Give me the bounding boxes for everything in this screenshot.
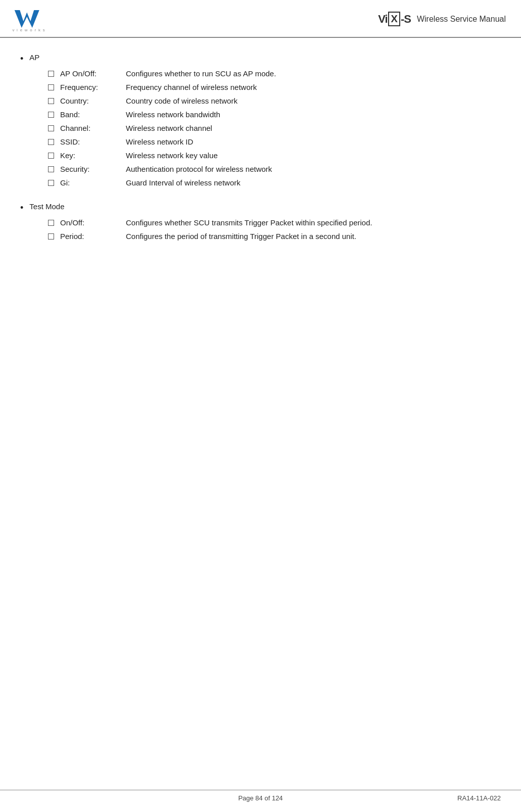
- list-item: Country: Country code of wireless networ…: [48, 97, 501, 105]
- page-number: Page 84 of 124: [238, 794, 282, 802]
- ap-label: AP: [29, 53, 39, 62]
- band-key: Band:: [60, 110, 126, 119]
- ap-sub-items: AP On/Off: Configures whether to run SCU…: [48, 69, 501, 187]
- gi-key: Gi:: [60, 178, 126, 187]
- onoff-value: Configures whether SCU transmits Trigger…: [126, 218, 372, 227]
- vivix-vi-text: Vi: [378, 13, 387, 26]
- security-key: Security:: [60, 165, 126, 173]
- sub-bullet-icon: [48, 98, 54, 104]
- sub-bullet-icon: [48, 125, 54, 131]
- frequency-value: Frequency channel of wireless network: [126, 83, 257, 91]
- page-header: v i e w o r k s ViX-S Wireless Service M…: [0, 0, 521, 38]
- logo-area: v i e w o r k s: [10, 5, 45, 33]
- test-mode-label: Test Mode: [29, 202, 64, 211]
- svg-text:v i e w o r k s: v i e w o r k s: [12, 28, 45, 32]
- bullet-dot-icon: •: [20, 203, 23, 212]
- sub-bullet-icon: [48, 166, 54, 172]
- list-item: Channel: Wireless network channel: [48, 124, 501, 132]
- ap-main-bullet: • AP: [20, 53, 501, 63]
- page-footer: Page 84 of 124 RA14-11A-022: [0, 790, 521, 802]
- band-value: Wireless network bandwidth: [126, 110, 220, 119]
- main-content: • AP AP On/Off: Configures whether to ru…: [0, 38, 521, 286]
- period-value: Configures the period of transmitting Tr…: [126, 232, 356, 241]
- list-item: Gi: Guard Interval of wireless network: [48, 178, 501, 187]
- key-key: Key:: [60, 151, 126, 160]
- ssid-value: Wireless network ID: [126, 137, 193, 146]
- country-value: Country code of wireless network: [126, 97, 238, 105]
- list-item: Period: Configures the period of transmi…: [48, 232, 501, 241]
- ssid-key: SSID:: [60, 137, 126, 146]
- ap-on-off-value: Configures whether to run SCU as AP mode…: [126, 69, 276, 78]
- test-mode-sub-items: On/Off: Configures whether SCU transmits…: [48, 218, 501, 241]
- vieworks-logo-icon: v i e w o r k s: [10, 5, 45, 33]
- header-right: ViX-S Wireless Service Manual: [378, 12, 506, 26]
- security-value: Authentication protocol for wireless net…: [126, 165, 272, 173]
- channel-key: Channel:: [60, 124, 126, 132]
- sub-bullet-icon: [48, 153, 54, 159]
- svg-marker-0: [15, 10, 39, 28]
- list-item: Frequency: Frequency channel of wireless…: [48, 83, 501, 91]
- vivix-logo-icon: ViX-S: [378, 12, 411, 26]
- vivix-box-icon: X: [388, 12, 400, 26]
- sub-bullet-icon: [48, 84, 54, 90]
- list-item: AP On/Off: Configures whether to run SCU…: [48, 69, 501, 78]
- sub-bullet-icon: [48, 233, 54, 240]
- frequency-key: Frequency:: [60, 83, 126, 91]
- doc-id: RA14-11A-022: [457, 794, 501, 802]
- manual-title: Wireless Service Manual: [417, 15, 506, 24]
- vivix-s-text: -S: [401, 13, 411, 26]
- gi-value: Guard Interval of wireless network: [126, 178, 241, 187]
- key-value: Wireless network key value: [126, 151, 218, 160]
- list-item: Key: Wireless network key value: [48, 151, 501, 160]
- list-item: SSID: Wireless network ID: [48, 137, 501, 146]
- channel-value: Wireless network channel: [126, 124, 212, 132]
- list-item: Security: Authentication protocol for wi…: [48, 165, 501, 173]
- ap-section: • AP AP On/Off: Configures whether to ru…: [20, 53, 501, 187]
- bullet-dot-icon: •: [20, 54, 23, 63]
- onoff-key: On/Off:: [60, 218, 126, 227]
- period-key: Period:: [60, 232, 126, 241]
- sub-bullet-icon: [48, 180, 54, 186]
- country-key: Country:: [60, 97, 126, 105]
- sub-bullet-icon: [48, 139, 54, 145]
- test-mode-main-bullet: • Test Mode: [20, 202, 501, 212]
- test-mode-section: • Test Mode On/Off: Configures whether S…: [20, 202, 501, 241]
- list-item: Band: Wireless network bandwidth: [48, 110, 501, 119]
- sub-bullet-icon: [48, 112, 54, 118]
- sub-bullet-icon: [48, 220, 54, 226]
- sub-bullet-icon: [48, 71, 54, 77]
- ap-on-off-key: AP On/Off:: [60, 69, 126, 78]
- list-item: On/Off: Configures whether SCU transmits…: [48, 218, 501, 227]
